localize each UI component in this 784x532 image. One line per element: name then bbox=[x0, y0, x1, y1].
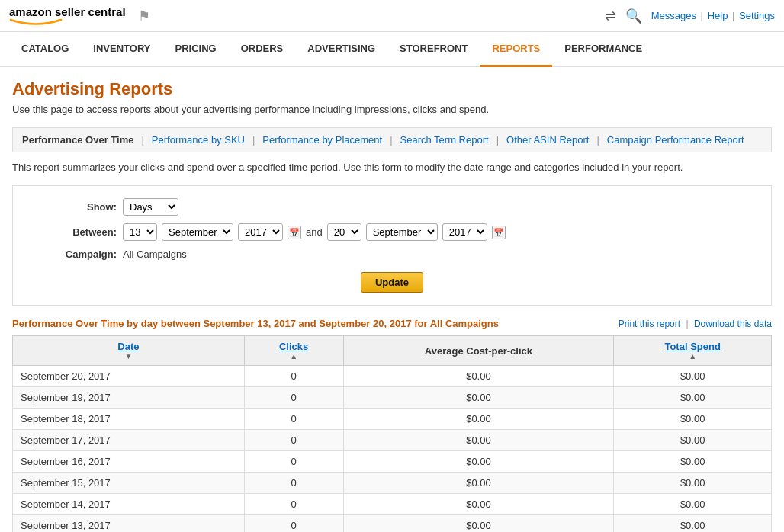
cell-avg-cpc: $0.00 bbox=[343, 387, 614, 409]
clicks-sort-icon: ▲ bbox=[252, 352, 336, 361]
tab-performance-by-sku[interactable]: Performance by SKU bbox=[152, 134, 245, 146]
results-title: Performance Over Time by day between Sep… bbox=[12, 318, 499, 329]
cell-total-spend: $0.00 bbox=[614, 409, 772, 430]
logo-text: amazon seller central bbox=[9, 6, 126, 18]
nav-performance[interactable]: PERFORMANCE bbox=[552, 32, 654, 67]
tab-performance-by-placement[interactable]: Performance by Placement bbox=[262, 134, 382, 146]
avg-cpc-label: Average Cost-per-click bbox=[425, 345, 532, 357]
nav-inventory[interactable]: INVENTORY bbox=[81, 32, 162, 67]
amazon-smile-icon bbox=[9, 18, 63, 25]
cell-clicks: 0 bbox=[244, 366, 343, 387]
cell-avg-cpc: $0.00 bbox=[343, 451, 614, 473]
cell-avg-cpc: $0.00 bbox=[343, 515, 614, 533]
messages-link[interactable]: Messages bbox=[651, 10, 696, 21]
cell-avg-cpc: $0.00 bbox=[343, 473, 614, 494]
campaign-value: All Campaigns bbox=[123, 248, 187, 260]
between-fields: 13 12345 678910 1112141516 1718192021 22… bbox=[123, 223, 506, 241]
tab-performance-over-time[interactable]: Performance Over Time bbox=[22, 134, 133, 146]
from-day-select[interactable]: 13 12345 678910 1112141516 1718192021 22… bbox=[123, 223, 157, 241]
nav-storefront[interactable]: STOREFRONT bbox=[387, 32, 480, 67]
nav-catalog[interactable]: CATALOG bbox=[9, 32, 81, 67]
cell-date: September 20, 2017 bbox=[13, 366, 245, 387]
nav-pricing[interactable]: PRICING bbox=[162, 32, 228, 67]
cell-avg-cpc: $0.00 bbox=[343, 409, 614, 430]
table-row: September 20, 2017 0 $0.00 $0.00 bbox=[13, 366, 772, 387]
col-avg-cpc: Average Cost-per-click bbox=[343, 336, 614, 366]
amazon-logo: amazon seller central bbox=[9, 6, 126, 25]
cell-clicks: 0 bbox=[244, 515, 343, 533]
download-link[interactable]: Download this data bbox=[694, 319, 772, 329]
show-select[interactable]: Days Weeks Months bbox=[123, 198, 178, 216]
table-row: September 13, 2017 0 $0.00 $0.00 bbox=[13, 515, 772, 533]
page-content: Advertising Reports Use this page to acc… bbox=[0, 67, 784, 532]
col-date: Date ▼ bbox=[13, 336, 245, 366]
update-button[interactable]: Update bbox=[361, 272, 423, 293]
cell-date: September 15, 2017 bbox=[13, 473, 245, 494]
table-header-row: Date ▼ Clicks ▲ Average Cost-per-click T… bbox=[13, 336, 772, 366]
to-calendar-icon[interactable]: 📅 bbox=[492, 226, 506, 239]
between-row: Between: 13 12345 678910 1112141516 1718… bbox=[25, 223, 759, 241]
to-day-select[interactable]: 20 12345 678910 1112131415 1617181921 22… bbox=[327, 223, 361, 241]
cell-avg-cpc: $0.00 bbox=[343, 430, 614, 451]
from-year-select[interactable]: 2017 201520162018 bbox=[238, 223, 283, 241]
page-title: Advertising Reports bbox=[12, 79, 772, 99]
table-row: September 17, 2017 0 $0.00 $0.00 bbox=[13, 430, 772, 451]
results-table: Date ▼ Clicks ▲ Average Cost-per-click T… bbox=[12, 335, 772, 532]
date-sort-icon: ▼ bbox=[21, 352, 236, 361]
to-year-select[interactable]: 2017 201520162018 bbox=[442, 223, 487, 241]
logo-area: amazon seller central ⚑ bbox=[9, 6, 150, 25]
to-month-select[interactable]: September JanuaryFebruaryMarchApril MayJ… bbox=[366, 223, 438, 241]
top-bar: amazon seller central ⚑ ⇌ 🔍 Messages | H… bbox=[0, 0, 784, 32]
clicks-sort-link[interactable]: Clicks bbox=[279, 341, 308, 352]
cell-total-spend: $0.00 bbox=[614, 515, 772, 533]
cell-clicks: 0 bbox=[244, 451, 343, 473]
cell-avg-cpc: $0.00 bbox=[343, 366, 614, 387]
cell-total-spend: $0.00 bbox=[614, 494, 772, 515]
from-calendar-icon[interactable]: 📅 bbox=[288, 226, 301, 239]
col-clicks: Clicks ▲ bbox=[244, 336, 343, 366]
table-row: September 14, 2017 0 $0.00 $0.00 bbox=[13, 494, 772, 515]
cell-clicks: 0 bbox=[244, 409, 343, 430]
nav-orders[interactable]: ORDERS bbox=[229, 32, 296, 67]
campaign-row: Campaign: All Campaigns bbox=[25, 248, 759, 260]
help-link[interactable]: Help bbox=[708, 10, 728, 21]
total-spend-sort-link[interactable]: Total Spend bbox=[664, 341, 720, 352]
nav-reports[interactable]: REPORTS bbox=[480, 32, 552, 67]
cell-date: September 18, 2017 bbox=[13, 409, 245, 430]
cell-date: September 19, 2017 bbox=[13, 387, 245, 409]
from-month-select[interactable]: September JanuaryFebruaryMarchApril MayJ… bbox=[162, 223, 233, 241]
tab-other-asin-report[interactable]: Other ASIN Report bbox=[506, 134, 589, 146]
settings-icon[interactable]: ⇌ bbox=[605, 8, 616, 24]
col-total-spend: Total Spend ▲ bbox=[614, 336, 772, 366]
table-row: September 16, 2017 0 $0.00 $0.00 bbox=[13, 451, 772, 473]
nav-advertising[interactable]: ADVERTISING bbox=[295, 32, 387, 67]
flag-icon: ⚑ bbox=[138, 8, 150, 24]
cell-clicks: 0 bbox=[244, 430, 343, 451]
report-description: This report summarizes your clicks and s… bbox=[12, 162, 772, 173]
print-link[interactable]: Print this report bbox=[619, 319, 680, 329]
results-links: Print this report | Download this data bbox=[619, 319, 772, 329]
top-links: Messages | Help | Settings bbox=[651, 10, 775, 21]
form-area: Show: Days Weeks Months Between: 13 1234… bbox=[12, 185, 772, 306]
tab-search-term-report[interactable]: Search Term Report bbox=[400, 134, 489, 146]
date-sort-link[interactable]: Date bbox=[117, 341, 139, 352]
show-label: Show: bbox=[25, 201, 117, 213]
total-spend-sort-icon: ▲ bbox=[622, 352, 763, 361]
show-row: Show: Days Weeks Months bbox=[25, 198, 759, 216]
cell-total-spend: $0.00 bbox=[614, 366, 772, 387]
cell-total-spend: $0.00 bbox=[614, 451, 772, 473]
tab-campaign-performance-report[interactable]: Campaign Performance Report bbox=[607, 134, 744, 146]
cell-total-spend: $0.00 bbox=[614, 430, 772, 451]
tab-bar: Performance Over Time | Performance by S… bbox=[12, 127, 772, 152]
page-subtitle: Use this page to access reports about yo… bbox=[12, 104, 772, 115]
cell-total-spend: $0.00 bbox=[614, 387, 772, 409]
update-btn-row: Update bbox=[25, 268, 759, 293]
table-row: September 18, 2017 0 $0.00 $0.00 bbox=[13, 409, 772, 430]
cell-date: September 14, 2017 bbox=[13, 494, 245, 515]
cell-avg-cpc: $0.00 bbox=[343, 494, 614, 515]
cell-clicks: 0 bbox=[244, 494, 343, 515]
settings-link[interactable]: Settings bbox=[739, 10, 775, 21]
table-row: September 15, 2017 0 $0.00 $0.00 bbox=[13, 473, 772, 494]
search-icon[interactable]: 🔍 bbox=[625, 8, 642, 24]
and-text: and bbox=[306, 226, 323, 238]
